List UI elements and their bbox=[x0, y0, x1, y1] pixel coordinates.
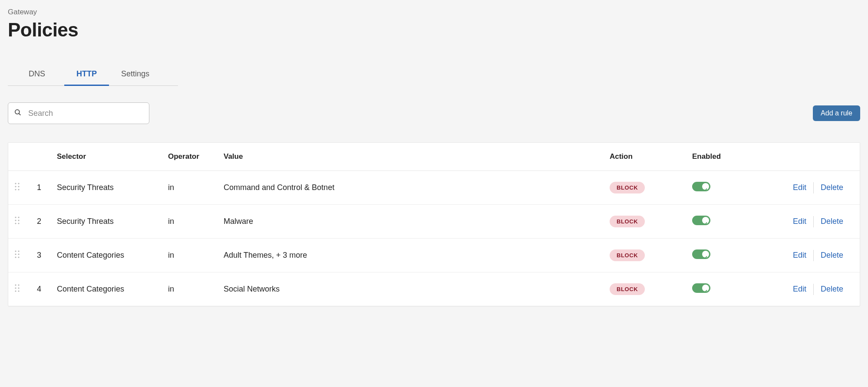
delete-link[interactable]: Delete bbox=[821, 217, 843, 226]
svg-point-15 bbox=[18, 250, 19, 252]
action-badge: BLOCK bbox=[610, 283, 645, 295]
svg-point-16 bbox=[15, 253, 16, 255]
row-operator: in bbox=[163, 205, 218, 239]
svg-point-17 bbox=[18, 253, 19, 255]
row-index: 1 bbox=[32, 171, 52, 205]
edit-link[interactable]: Edit bbox=[793, 183, 806, 192]
add-rule-button[interactable]: Add a rule bbox=[813, 105, 860, 121]
col-header-operator: Operator bbox=[163, 143, 218, 171]
action-divider bbox=[813, 250, 814, 261]
edit-link[interactable]: Edit bbox=[793, 217, 806, 226]
row-operator: in bbox=[163, 272, 218, 306]
action-divider bbox=[813, 182, 814, 194]
enabled-toggle[interactable] bbox=[692, 283, 710, 293]
svg-point-11 bbox=[18, 220, 19, 221]
breadcrumb: Gateway bbox=[8, 8, 860, 16]
row-index: 2 bbox=[32, 205, 52, 239]
svg-point-14 bbox=[15, 250, 16, 252]
delete-link[interactable]: Delete bbox=[821, 285, 843, 294]
search-input[interactable] bbox=[8, 102, 149, 124]
svg-point-24 bbox=[15, 290, 16, 292]
row-value: Adult Themes, + 3 more bbox=[218, 239, 604, 272]
action-badge: BLOCK bbox=[610, 249, 645, 261]
row-selector: Security Threats bbox=[52, 171, 163, 205]
edit-link[interactable]: Edit bbox=[793, 251, 806, 260]
tab-settings[interactable]: Settings bbox=[109, 63, 162, 86]
row-value: Command and Control & Botnet bbox=[218, 171, 604, 205]
svg-point-19 bbox=[18, 256, 19, 258]
svg-point-6 bbox=[15, 189, 16, 190]
svg-point-2 bbox=[15, 183, 16, 184]
enabled-toggle[interactable] bbox=[692, 216, 710, 225]
col-header-action: Action bbox=[604, 143, 687, 171]
tab-http[interactable]: HTTP bbox=[64, 63, 109, 86]
svg-point-22 bbox=[15, 287, 16, 289]
action-divider bbox=[813, 216, 814, 227]
row-selector: Content Categories bbox=[52, 239, 163, 272]
delete-link[interactable]: Delete bbox=[821, 251, 843, 260]
page-title: Policies bbox=[8, 19, 860, 41]
row-index: 4 bbox=[32, 272, 52, 306]
row-index: 3 bbox=[32, 239, 52, 272]
table-row: 4 Content Categories in Social Networks … bbox=[8, 272, 860, 306]
tab-dns[interactable]: DNS bbox=[8, 63, 64, 86]
row-operator: in bbox=[163, 171, 218, 205]
row-selector: Security Threats bbox=[52, 205, 163, 239]
enabled-toggle[interactable] bbox=[692, 182, 710, 191]
svg-line-1 bbox=[19, 114, 20, 115]
drag-handle-icon[interactable] bbox=[14, 182, 20, 191]
svg-point-25 bbox=[18, 290, 19, 292]
drag-handle-icon[interactable] bbox=[14, 284, 20, 292]
edit-link[interactable]: Edit bbox=[793, 285, 806, 294]
svg-point-18 bbox=[15, 256, 16, 258]
svg-point-4 bbox=[15, 186, 16, 187]
col-header-selector: Selector bbox=[52, 143, 163, 171]
svg-point-23 bbox=[18, 287, 19, 289]
svg-point-21 bbox=[18, 284, 19, 285]
action-divider bbox=[813, 284, 814, 295]
row-value: Malware bbox=[218, 205, 604, 239]
drag-handle-icon[interactable] bbox=[14, 216, 20, 225]
svg-point-3 bbox=[18, 183, 19, 184]
row-selector: Content Categories bbox=[52, 272, 163, 306]
search-icon bbox=[14, 108, 21, 118]
action-badge: BLOCK bbox=[610, 216, 645, 227]
delete-link[interactable]: Delete bbox=[821, 183, 843, 192]
table-row: 2 Security Threats in Malware BLOCK Edit… bbox=[8, 205, 860, 239]
svg-point-8 bbox=[15, 216, 16, 218]
svg-point-10 bbox=[15, 220, 16, 221]
svg-point-5 bbox=[18, 186, 19, 187]
svg-point-7 bbox=[18, 189, 19, 190]
table-row: 1 Security Threats in Command and Contro… bbox=[8, 171, 860, 205]
row-value: Social Networks bbox=[218, 272, 604, 306]
drag-handle-icon[interactable] bbox=[14, 250, 20, 259]
rules-table: Selector Operator Value Action Enabled 1 bbox=[8, 142, 860, 306]
row-operator: in bbox=[163, 239, 218, 272]
svg-point-9 bbox=[18, 216, 19, 218]
svg-point-13 bbox=[18, 223, 19, 224]
tabs: DNS HTTP Settings bbox=[8, 63, 178, 86]
col-header-enabled: Enabled bbox=[687, 143, 788, 171]
enabled-toggle[interactable] bbox=[692, 249, 710, 259]
svg-point-12 bbox=[15, 223, 16, 224]
action-badge: BLOCK bbox=[610, 182, 645, 194]
svg-point-20 bbox=[15, 284, 16, 285]
col-header-value: Value bbox=[218, 143, 604, 171]
table-row: 3 Content Categories in Adult Themes, + … bbox=[8, 239, 860, 272]
